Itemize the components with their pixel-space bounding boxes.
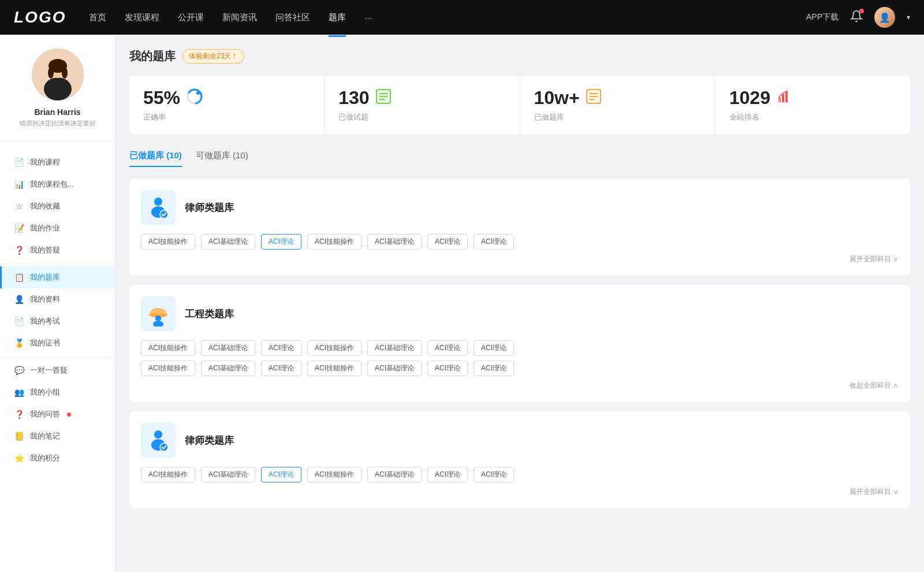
- homework-icon: 📝: [14, 224, 24, 233]
- stat-done-value: 130: [338, 87, 369, 109]
- stat-ranking-value: 1029: [729, 87, 770, 109]
- exam-icon: 📄: [14, 317, 24, 326]
- user-dropdown-arrow[interactable]: ▾: [907, 13, 910, 21]
- sidebar-item-notes[interactable]: 📒 我的笔记: [0, 425, 115, 447]
- tag-2b-6[interactable]: ACI理论: [474, 361, 514, 376]
- tag-2b-3[interactable]: ACI技能操作: [307, 361, 362, 376]
- sidebar-item-points[interactable]: ⭐ 我的积分: [0, 447, 115, 469]
- tag-3-1[interactable]: ACI基础理论: [201, 467, 255, 482]
- sidebar-item-homework[interactable]: 📝 我的作业: [0, 217, 115, 239]
- divider-2: [0, 356, 115, 357]
- sidebar-item-label: 我的作业: [30, 223, 60, 233]
- tab-available-banks[interactable]: 可做题库 (10): [196, 146, 248, 166]
- sidebar-item-course-package[interactable]: 📊 我的课程包...: [0, 173, 115, 195]
- stat-accuracy: 55% 正确率: [129, 76, 325, 134]
- sidebar-item-certificate[interactable]: 🏅 我的证书: [0, 332, 115, 354]
- user-avatar-nav[interactable]: 👤: [874, 7, 895, 28]
- sidebar-item-one-on-one[interactable]: 💬 一对一答疑: [0, 359, 115, 381]
- tag-2b-2[interactable]: ACI理论: [261, 361, 301, 376]
- tab-done-banks[interactable]: 已做题库 (10): [129, 146, 182, 166]
- logo[interactable]: LOGO: [14, 8, 66, 27]
- tag-2b-4[interactable]: ACI基础理论: [367, 361, 422, 376]
- tag-1-2[interactable]: ACI理论: [261, 234, 301, 250]
- nav-qa[interactable]: 问答社区: [275, 10, 310, 25]
- sidebar-item-question-bank[interactable]: 📋 我的题库: [0, 266, 115, 288]
- notification-button[interactable]: [850, 10, 863, 25]
- tag-1-1[interactable]: ACI基础理论: [201, 234, 255, 250]
- trial-badge: 体验剩余23天！: [182, 49, 244, 64]
- sidebar-item-label: 我的答疑: [30, 245, 60, 255]
- sidebar-item-qa[interactable]: ❓ 我的答疑: [0, 239, 115, 261]
- sidebar-item-label: 我的积分: [30, 453, 60, 463]
- tag-2a-0[interactable]: ACI技能操作: [141, 340, 195, 356]
- nav-question-bank[interactable]: 题库: [329, 10, 346, 25]
- sidebar-item-label: 我的问答: [30, 409, 60, 419]
- qa-icon: ❓: [14, 246, 24, 255]
- svg-point-3: [44, 77, 72, 101]
- stat-accuracy-label: 正确率: [143, 112, 310, 122]
- profile-icon: 👤: [14, 295, 24, 304]
- sidebar-item-exam[interactable]: 📄 我的考试: [0, 310, 115, 332]
- tag-1-4[interactable]: ACI基础理论: [367, 234, 422, 250]
- sidebar-item-profile[interactable]: 👤 我的资料: [0, 288, 115, 310]
- tag-2a-3[interactable]: ACI技能操作: [307, 340, 362, 356]
- expand-link-1[interactable]: 展开全部科目 ∨: [141, 254, 899, 264]
- tag-2a-2[interactable]: ACI理论: [261, 340, 301, 356]
- one-on-one-icon: 💬: [14, 366, 24, 375]
- sidebar-item-label: 我的笔记: [30, 431, 60, 441]
- sidebar-item-my-courses[interactable]: 📄 我的课程: [0, 151, 115, 173]
- tag-3-2[interactable]: ACI理论: [261, 467, 301, 482]
- engineer-icon: [141, 296, 176, 331]
- tag-3-4[interactable]: ACI基础理论: [367, 467, 422, 482]
- tag-2a-6[interactable]: ACI理论: [474, 340, 514, 356]
- tag-3-6[interactable]: ACI理论: [474, 467, 514, 482]
- expand-link-3[interactable]: 展开全部科目 ∨: [141, 487, 899, 497]
- navbar: LOGO 首页 发现课程 公开课 新闻资讯 问答社区 题库 ··· APP下载 …: [0, 0, 924, 35]
- sidebar-item-label: 我的收藏: [30, 201, 60, 211]
- tag-3-0[interactable]: ACI技能操作: [141, 467, 195, 482]
- question-bank-icon: 📋: [14, 273, 24, 282]
- sidebar-item-label: 我的课程包...: [30, 179, 74, 190]
- course-package-icon: 📊: [14, 180, 24, 189]
- favorites-icon: ☆: [14, 202, 24, 211]
- my-courses-icon: 📄: [14, 158, 24, 167]
- stats-row: 55% 正确率 130: [129, 76, 910, 134]
- card-title-3: 律师类题库: [185, 434, 234, 447]
- tag-2a-4[interactable]: ACI基础理论: [367, 340, 422, 356]
- nav-discover[interactable]: 发现课程: [125, 10, 159, 25]
- tags-row-1: ACI技能操作 ACI基础理论 ACI理论 ACI技能操作 ACI基础理论 AC…: [141, 234, 899, 250]
- stat-banks-value: 10w+: [534, 87, 580, 109]
- sidebar-item-favorites[interactable]: ☆ 我的收藏: [0, 195, 115, 217]
- stat-top-2: 130: [338, 87, 505, 109]
- nav-public-course[interactable]: 公开课: [178, 10, 204, 25]
- collapse-link-2[interactable]: 收起全部科目 ∧: [141, 381, 899, 391]
- svg-point-22: [154, 198, 162, 206]
- avatar: [32, 49, 84, 101]
- tag-1-5[interactable]: ACI理论: [427, 234, 468, 250]
- nav-home[interactable]: 首页: [89, 10, 106, 25]
- tag-1-0[interactable]: ACI技能操作: [141, 234, 195, 250]
- sidebar-item-label: 我的资料: [30, 294, 60, 304]
- notes-icon: 📒: [14, 432, 24, 441]
- ranking-icon: [776, 88, 792, 108]
- tag-2b-5[interactable]: ACI理论: [427, 361, 468, 376]
- tag-1-6[interactable]: ACI理论: [474, 234, 514, 250]
- tag-3-3[interactable]: ACI技能操作: [307, 467, 362, 482]
- stat-ranking: 1029 全站排名: [716, 76, 910, 134]
- tag-2a-5[interactable]: ACI理论: [427, 340, 468, 356]
- nav-more[interactable]: ···: [364, 10, 372, 25]
- sidebar-item-group[interactable]: 👥 我的小组: [0, 381, 115, 403]
- lawyer-icon-2: [141, 423, 176, 458]
- stat-ranking-label: 全站排名: [729, 112, 896, 122]
- tag-2a-1[interactable]: ACI基础理论: [201, 340, 255, 356]
- sidebar-item-my-qa[interactable]: ❓ 我的问答: [0, 403, 115, 425]
- nav-links: 首页 发现课程 公开课 新闻资讯 问答社区 题库 ···: [89, 10, 806, 25]
- app-download-link[interactable]: APP下载: [806, 12, 839, 23]
- certificate-icon: 🏅: [14, 339, 24, 348]
- tag-3-5[interactable]: ACI理论: [427, 467, 468, 482]
- nav-news[interactable]: 新闻资讯: [222, 10, 257, 25]
- tag-2b-1[interactable]: ACI基础理论: [201, 361, 255, 376]
- tag-2b-0[interactable]: ACI技能操作: [141, 361, 195, 376]
- svg-point-10: [196, 91, 200, 95]
- tag-1-3[interactable]: ACI技能操作: [307, 234, 362, 250]
